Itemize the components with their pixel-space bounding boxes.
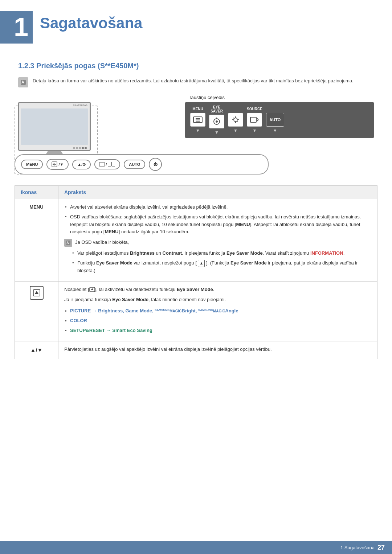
magic-bright-text: SAMSUNGMAGIC: [155, 309, 181, 313]
key-eye-saver: EYESAVER ▼: [209, 105, 224, 135]
svg-point-9: [234, 118, 237, 122]
key-menu-label: MENU: [192, 107, 203, 111]
menu-bullet-list: Atveriet vai aizveriet ekrāna displeja i…: [64, 204, 371, 236]
section-heading: 1.2.3 Priekšējās pogas (S**E450M*): [0, 51, 392, 74]
monitor-frame: SAMSUNG: [18, 102, 91, 151]
key-source-arrow: ▼: [252, 128, 257, 133]
btn-power[interactable]: ⏻: [149, 158, 162, 171]
eye-saver-desc-2: Ja ir pieejama funkcija Eye Saver Mode, …: [64, 296, 371, 304]
page-number: 27: [377, 544, 385, 551]
diagram-area: SAMSUNG Taustiņu ceļvedis MENU: [18, 95, 374, 175]
eye-saver-bullet-list: PICTURE → Brightness, Game Mode, SAMSUNG…: [64, 307, 371, 334]
table-row-eye-saver: Nospiediet [], lai aktivizētu vai deakti…: [15, 281, 377, 341]
key-settings-label: [235, 107, 236, 111]
menu-desc-2: OSD vadības bloķēšana: saglabājiet pašre…: [64, 213, 371, 236]
inline-up-icon: [89, 287, 95, 292]
menu-icon: [193, 115, 203, 124]
arrows-desc: Pārvietojieties uz augšējo vai apakšējo …: [64, 346, 371, 353]
menu-description-cell: Atveriet vai aizveriet ekrāna displeja i…: [58, 199, 377, 282]
key-source: SOURCE ▼: [247, 107, 262, 133]
screen-icon: [99, 162, 105, 167]
menu-sub-bullet-list: Var pielāgot iestatījumus Brightness un …: [64, 250, 371, 274]
arrows-label: ▲/▼: [30, 347, 43, 353]
key-menu-arrow: ▼: [196, 128, 200, 133]
key-auto-label: [274, 107, 275, 111]
auto-label-text: AUTO: [269, 118, 281, 122]
svg-line-15: [237, 121, 238, 122]
note-icon: [18, 77, 28, 87]
svg-rect-22: [108, 162, 111, 166]
key-menu: MENU ▼: [190, 107, 205, 133]
menu-sub-desc-2: Funkciju Eye Saver Mode var izmantot, no…: [72, 259, 371, 275]
key-eye-icon: [209, 115, 224, 128]
svg-rect-16: [250, 117, 256, 122]
footer-chapter-label: 1 Sagatavošana: [340, 545, 375, 550]
eye-saver-item-2: COLOR: [64, 317, 371, 325]
key-source-icon: [247, 113, 262, 127]
table-row-arrows: ▲/▼ Pārvietojieties uz augšējo vai apakš…: [15, 341, 377, 359]
main-table: Ikonas Apraksts MENU Atveriet vai aizver…: [15, 185, 377, 359]
btn-auto[interactable]: AUTO: [124, 160, 145, 169]
section-title: 1.2.3 Priekšējās pogas (S**E450M*): [18, 62, 374, 70]
eye-saver-icon-cell: [15, 281, 58, 341]
eye-saver-item-3: SETUP&RESET → Smart Eco Saving: [64, 327, 371, 335]
eye-saver-desc-1: Nospiediet [], lai aktivizētu vai deakti…: [64, 286, 371, 294]
chapter-number-block: 1: [0, 11, 33, 44]
chapter-title: Sagatavošana: [33, 11, 142, 32]
eye-saver-description-cell: Nospiediet [], lai aktivizētu vai deakti…: [58, 281, 377, 341]
btn-back-down[interactable]: /▼: [46, 159, 69, 170]
eye-saver-item-1: PICTURE → Brightness, Game Mode, SAMSUNG…: [64, 307, 371, 315]
footer: 1 Sagatavošana 27: [0, 541, 392, 554]
arrows-icon-cell: ▲/▼: [15, 341, 58, 359]
monitor-screen: [21, 108, 88, 145]
note-text: Detaļu krāsa un forma var atšķirties no …: [33, 77, 354, 85]
eye-saver-btn-icon: [30, 286, 44, 300]
key-settings: ▼: [228, 107, 243, 133]
key-auto-arrow: ▼: [273, 128, 277, 133]
source-icon: [249, 115, 260, 124]
key-eye-arrow: ▼: [215, 130, 219, 135]
svg-line-18: [257, 120, 258, 121]
eye-saver-icon: [212, 117, 222, 126]
key-guide-container: Taustiņu ceļvedis MENU ▼ EYESAVER: [185, 95, 374, 138]
svg-point-7: [216, 120, 218, 123]
header-section: 1 Sagatavošana: [0, 0, 392, 51]
monitor-brand-label: SAMSUNG: [19, 103, 90, 107]
svg-rect-21: [99, 162, 105, 167]
menu-icon-cell: MENU: [15, 199, 58, 282]
menu-sub-desc-1: Var pielāgot iestatījumus Brightness un …: [72, 250, 371, 257]
note-inline-osd: Ja OSD vadība ir bloķēta,: [64, 239, 371, 247]
table-row-menu: MENU Atveriet vai aizveriet ekrāna displ…: [15, 199, 377, 282]
dual-screen-icon: [108, 162, 115, 167]
btn-up-enter[interactable]: ▲/⊙: [72, 160, 91, 169]
brightness-icon: [230, 115, 241, 124]
col-icons-header: Ikonas: [15, 186, 58, 199]
note-inline-icon: [64, 239, 72, 247]
svg-line-14: [233, 118, 234, 119]
key-guide-box: MENU ▼ EYESAVER: [185, 102, 374, 138]
footer-text: 1 Sagatavošana 27: [340, 544, 385, 551]
bottom-buttons-row: MENU /▼ ▲/⊙ / AUTO ⏻: [15, 154, 269, 175]
key-menu-icon: [190, 113, 205, 127]
key-settings-arrow: ▼: [233, 128, 238, 133]
key-settings-icon: [228, 113, 243, 127]
key-eye-label: EYESAVER: [211, 105, 223, 113]
monitor-illustration: SAMSUNG: [18, 102, 91, 161]
key-source-label: SOURCE: [247, 107, 262, 111]
btn-menu[interactable]: MENU: [21, 160, 43, 169]
svg-rect-23: [112, 162, 115, 166]
magic-angle-text: SAMSUNGMAGIC: [198, 309, 225, 313]
note-pencil-icon: [66, 240, 71, 245]
arrows-description-cell: Pārvietojieties uz augšējo vai apakšējo …: [58, 341, 377, 359]
menu-label: MENU: [29, 204, 43, 210]
key-guide-label: Taustiņu ceļvedis: [185, 95, 374, 100]
chapter-number: 1: [14, 14, 28, 40]
key-auto: AUTO ▼: [266, 107, 284, 133]
note-osd-text: Ja OSD vadība ir bloķēta,: [75, 239, 129, 246]
menu-desc-1: Atveriet vai aizveriet ekrāna displeja i…: [64, 204, 371, 211]
btn-source-screen[interactable]: /: [94, 159, 120, 169]
svg-line-17: [257, 118, 258, 120]
pencil-icon: [20, 79, 26, 86]
up-arrow-icon: [33, 289, 41, 297]
col-description-header: Apraksts: [58, 186, 377, 199]
